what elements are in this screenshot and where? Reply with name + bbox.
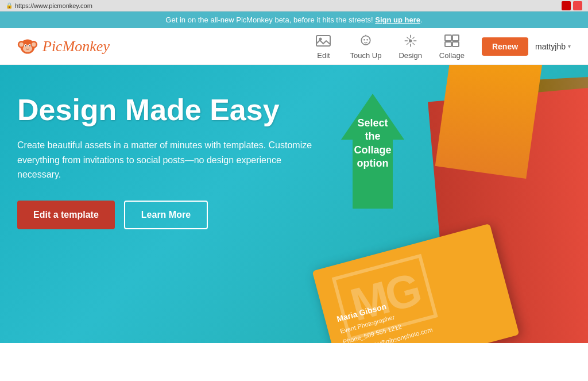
svg-point-5 [23, 45, 32, 52]
beta-signup-link[interactable]: Sign up here [375, 16, 420, 24]
image-icon [314, 33, 332, 49]
logo[interactable]: PicMonkey [17, 36, 110, 57]
hero-section: Maria Gibson Event Photographer Phone_50… [0, 65, 588, 343]
svg-rect-20 [452, 42, 459, 47]
svg-rect-19 [445, 42, 451, 47]
svg-point-3 [20, 42, 24, 46]
username: mattyjhb [535, 42, 566, 51]
svg-point-13 [363, 39, 365, 41]
extension-icon-1 [562, 1, 571, 10]
hero-buttons: Edit a template Learn More [17, 201, 316, 229]
design-icon: t [401, 33, 420, 49]
navbar: PicMonkey Edit [0, 28, 588, 65]
nav-touchup-label: Touch Up [350, 51, 381, 60]
nav-item-touchup[interactable]: Touch Up [350, 33, 381, 60]
arrow-label: SelecttheCollageoption [354, 117, 391, 171]
nav-item-design[interactable]: t Design [399, 33, 421, 60]
beta-banner-text: Get in on the all-new PicMonkey beta, be… [165, 16, 373, 24]
hero-subtitle: Create beautiful assets in a matter of m… [17, 138, 316, 182]
edit-template-button[interactable]: Edit a template [17, 201, 115, 229]
url-bar[interactable]: https://www.picmonkey.com [15, 2, 92, 9]
nav-collage-label: Collage [439, 51, 465, 60]
logo-monkey-icon [17, 36, 38, 57]
hero-content: Design Made Easy Create beautiful assets… [17, 94, 316, 229]
beta-banner: Get in on the all-new PicMonkey beta, be… [0, 11, 588, 28]
learn-more-button[interactable]: Learn More [124, 201, 208, 229]
chevron-down-icon: ▾ [568, 43, 571, 49]
nav-edit-label: Edit [317, 51, 330, 60]
beta-banner-suffix: . [420, 16, 423, 24]
svg-point-9 [29, 45, 30, 46]
user-menu[interactable]: mattyjhb ▾ [535, 42, 571, 51]
nav-design-label: Design [399, 51, 421, 60]
browser-bar: 🔒 https://www.picmonkey.com [0, 0, 588, 11]
logo-text: PicMonkey [42, 38, 110, 55]
hero-title: Design Made Easy [17, 94, 316, 126]
nav-items: Edit Touch Up t [314, 33, 464, 60]
nav-item-edit[interactable]: Edit [314, 33, 332, 60]
face-icon [357, 33, 375, 49]
collage-icon [443, 33, 461, 49]
renew-button[interactable]: Renew [482, 37, 528, 56]
svg-point-8 [25, 45, 26, 46]
svg-rect-18 [452, 35, 459, 41]
svg-point-12 [361, 36, 370, 44]
lock-icon: 🔒 [6, 2, 13, 9]
card-content: Maria Gibson Event Photographer Phone_50… [335, 272, 505, 343]
nav-item-collage[interactable]: Collage [439, 33, 465, 60]
book-orange-decoration [435, 65, 542, 179]
svg-point-4 [32, 42, 36, 46]
svg-point-14 [366, 39, 368, 41]
extension-icon-2 [573, 1, 582, 10]
green-arrow-annotation: SelecttheCollageoption [341, 94, 404, 209]
svg-rect-17 [445, 35, 451, 41]
